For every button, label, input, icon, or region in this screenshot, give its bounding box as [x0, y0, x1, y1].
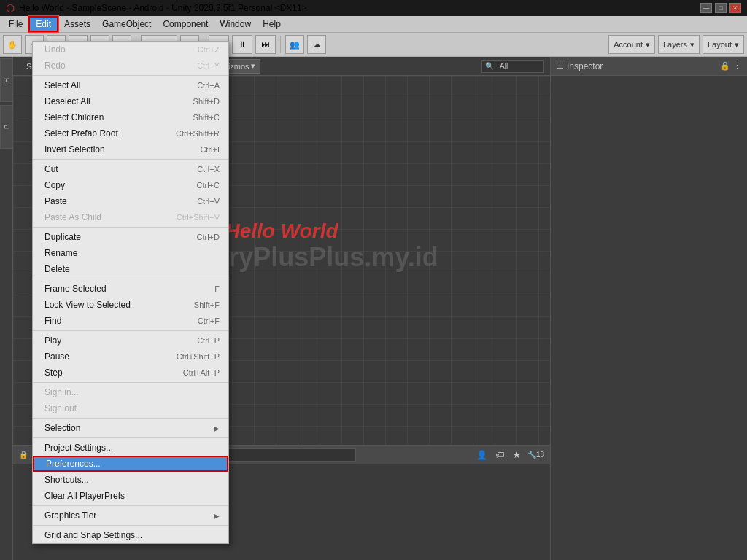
- gizmos-arrow: ▾: [251, 61, 255, 71]
- layers-arrow: ▾: [690, 40, 694, 50]
- scene-search: 🔍: [481, 60, 544, 73]
- sep-3: [33, 227, 228, 228]
- edit-menu: Undo Ctrl+Z Redo Ctrl+Y Select All Ctrl+…: [32, 41, 229, 544]
- pause-button[interactable]: ⏸: [232, 35, 252, 54]
- inspector-title-area: ☰ Inspector: [557, 61, 603, 71]
- bottom-favorite-icon[interactable]: 🏷: [492, 448, 507, 462]
- menu-lock-view[interactable]: Lock View to Selected Shift+F: [33, 297, 228, 313]
- inspector-lock-icon[interactable]: 🔒: [720, 61, 730, 71]
- account-label: Account: [614, 40, 643, 49]
- account-arrow: ▾: [646, 40, 650, 50]
- menu-paste-as-child[interactable]: Paste As Child Ctrl+Shift+V: [33, 209, 228, 225]
- sep-4: [33, 279, 228, 279]
- menu-undo-shortcut: Ctrl+Z: [198, 45, 220, 54]
- account-dropdown[interactable]: Account ▾: [608, 35, 655, 54]
- menu-rename[interactable]: Rename: [33, 245, 228, 261]
- sep-9: [33, 505, 228, 506]
- maximize-button[interactable]: □: [715, 3, 727, 13]
- sep-5: [33, 330, 228, 331]
- layout-dropdown[interactable]: Layout ▾: [703, 35, 744, 54]
- minimize-button[interactable]: —: [700, 3, 712, 13]
- step-button[interactable]: ⏭: [255, 35, 276, 54]
- scene-search-input[interactable]: [497, 60, 541, 73]
- inspector-header: ☰ Inspector 🔒 ⋮: [551, 57, 747, 76]
- menu-step[interactable]: Step Ctrl+Alt+P: [33, 365, 228, 381]
- collab-icon[interactable]: 👥: [285, 35, 304, 54]
- layout-arrow: ▾: [735, 40, 739, 50]
- bottom-lock-icon: 🔒: [19, 451, 28, 459]
- menu-project-settings[interactable]: Project Settings...: [33, 440, 228, 456]
- layers-dropdown[interactable]: Layers ▾: [658, 35, 700, 54]
- menu-gameobject[interactable]: GameObject: [96, 16, 157, 32]
- menu-duplicate[interactable]: Duplicate Ctrl+D: [33, 229, 228, 245]
- menu-preferences[interactable]: Preferences...: [33, 456, 228, 472]
- menu-sign-in[interactable]: Sign in...: [33, 384, 228, 400]
- menu-find[interactable]: Find Ctrl+F: [33, 313, 228, 329]
- menu-invert-selection[interactable]: Invert Selection Ctrl+I: [33, 141, 228, 158]
- menu-file[interactable]: File: [3, 16, 28, 32]
- menu-copy[interactable]: Copy Ctrl+C: [33, 177, 228, 193]
- menu-frame-selected[interactable]: Frame Selected F: [33, 281, 228, 297]
- cloud-button[interactable]: ☁: [307, 35, 326, 54]
- menu-window[interactable]: Window: [214, 16, 257, 32]
- menu-select-children[interactable]: Select Children Shift+C: [33, 109, 228, 125]
- menu-play[interactable]: Play Ctrl+P: [33, 332, 228, 349]
- menu-redo[interactable]: Redo Ctrl+Y: [33, 58, 228, 74]
- menu-delete[interactable]: Delete: [33, 261, 228, 277]
- menu-shortcuts[interactable]: Shortcuts...: [33, 472, 228, 488]
- menu-edit[interactable]: Edit: [28, 16, 58, 32]
- close-button[interactable]: ✕: [729, 3, 741, 13]
- sep-1: [33, 75, 228, 76]
- layers-label: Layers: [663, 40, 687, 49]
- menu-help[interactable]: Help: [257, 16, 287, 32]
- unity-logo: ⬡: [6, 2, 15, 14]
- inspector-icon: ☰: [557, 61, 564, 71]
- hierarchy-panel-btn[interactable]: H: [0, 58, 13, 102]
- bottom-add-icon[interactable]: 👤: [475, 448, 489, 462]
- layout-label: Layout: [708, 40, 732, 49]
- icon-count: 🔧18: [527, 451, 544, 459]
- title-controls: — □ ✕: [700, 3, 741, 13]
- menu-bar: File Edit Assets GameObject Component Wi…: [0, 16, 747, 32]
- menu-grid-snap[interactable]: Grid and Snap Settings...: [33, 527, 228, 543]
- menu-select-all[interactable]: Select All Ctrl+A: [33, 77, 228, 93]
- hello-world-label: Hello World: [225, 219, 338, 243]
- bottom-action-icons: 👤 🏷 ★ 🔧18: [475, 448, 544, 462]
- inspector-panel: ☰ Inspector 🔒 ⋮: [550, 57, 747, 560]
- sep-2: [33, 159, 228, 160]
- menu-deselect-all[interactable]: Deselect All Shift+D: [33, 93, 228, 109]
- inspector-title: Inspector: [567, 61, 603, 71]
- menu-redo-shortcut: Ctrl+Y: [197, 61, 220, 70]
- sep-7: [33, 418, 228, 419]
- hand-tool[interactable]: ✋: [3, 35, 22, 54]
- title-text: Hello World - SampleScene - Android - Un…: [19, 3, 307, 13]
- menu-selection[interactable]: Selection ▶: [33, 420, 228, 436]
- menu-cut[interactable]: Cut Ctrl+X: [33, 161, 228, 177]
- sep-10: [33, 525, 228, 526]
- inspector-menu-icon[interactable]: ⋮: [733, 61, 741, 71]
- menu-pause[interactable]: Pause Ctrl+Shift+P: [33, 349, 228, 365]
- menu-redo-label: Redo: [44, 61, 66, 71]
- scene-search-icon: 🔍: [485, 62, 494, 70]
- menu-graphics-tier[interactable]: Graphics Tier ▶: [33, 508, 228, 524]
- menu-select-prefab-root[interactable]: Select Prefab Root Ctrl+Shift+R: [33, 125, 228, 141]
- sep-6: [33, 382, 228, 383]
- project-panel-btn[interactable]: P: [0, 105, 13, 149]
- menu-clear-playerprefs[interactable]: Clear All PlayerPrefs: [33, 488, 228, 504]
- menu-sign-out[interactable]: Sign out: [33, 400, 228, 416]
- menu-component[interactable]: Component: [157, 16, 214, 32]
- menu-undo-label: Undo: [44, 44, 66, 55]
- menu-assets[interactable]: Assets: [58, 16, 96, 32]
- bottom-star-icon[interactable]: ★: [510, 448, 525, 462]
- sep-8: [33, 438, 228, 438]
- side-panels: H P: [0, 57, 13, 560]
- menu-undo[interactable]: Undo Ctrl+Z: [33, 42, 228, 58]
- inspector-icons: 🔒 ⋮: [720, 61, 741, 71]
- menu-paste[interactable]: Paste Ctrl+V: [33, 193, 228, 209]
- title-bar: ⬡ Hello World - SampleScene - Android - …: [0, 0, 747, 16]
- separator-3: [280, 36, 281, 53]
